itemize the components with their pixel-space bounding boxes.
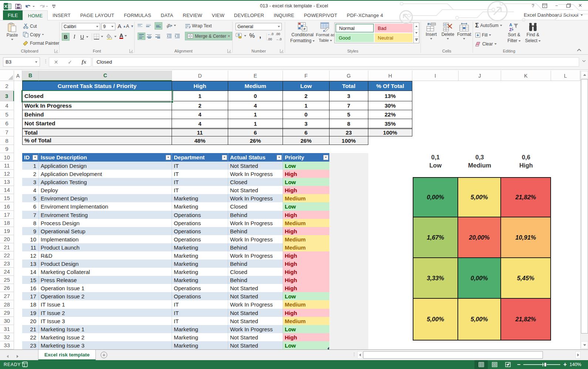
status-table-value[interactable]: 1 (228, 119, 283, 128)
insert-dropdown-icon[interactable] (430, 38, 432, 40)
paste-dropdown-icon[interactable] (11, 39, 13, 40)
styles-gallery-more-button[interactable] (414, 36, 419, 43)
font-name-combo[interactable]: Calibri (62, 23, 100, 30)
issue-table-cell[interactable]: Medium (283, 219, 330, 227)
row-header-23[interactable]: 23 (0, 260, 14, 268)
issue-table-cell[interactable]: 23 (22, 341, 39, 349)
issue-table-cell[interactable]: Application Testing (39, 178, 172, 186)
collapse-ribbon-button[interactable] (577, 48, 581, 51)
align-center-button[interactable] (147, 34, 152, 39)
issue-table-cell[interactable]: 7 (22, 211, 39, 219)
percent-style-button[interactable]: % (249, 32, 255, 40)
cell-style-normal[interactable]: Normal (335, 24, 374, 33)
issue-table-cell[interactable]: IT (172, 300, 228, 309)
tab-data[interactable]: DATA (156, 10, 178, 20)
issue-table-cell[interactable]: 20 (22, 317, 39, 325)
issue-table-cell[interactable]: Marketing (172, 251, 228, 260)
row-header-19[interactable]: 19 (0, 227, 14, 235)
undo-dropdown-icon[interactable] (33, 6, 35, 7)
issue-table-cell[interactable]: Behind (228, 243, 283, 251)
issue-table-cell[interactable]: High (283, 186, 330, 194)
row-header-32[interactable]: 32 (0, 333, 14, 341)
grow-font-button[interactable]: A▲ (118, 23, 126, 29)
row-header-10[interactable]: 10 (0, 153, 14, 162)
fill-dropdown-icon[interactable] (489, 34, 491, 36)
page-layout-view-button[interactable] (488, 360, 501, 369)
issue-table-cell[interactable]: IT (172, 309, 228, 317)
italic-button[interactable]: I (71, 33, 78, 41)
issue-table-cell[interactable]: 10 (22, 235, 39, 243)
filter-button-department[interactable] (222, 155, 227, 160)
save-button[interactable] (15, 3, 21, 10)
tab-page-layout[interactable]: PAGE LAYOUT (75, 10, 119, 20)
status-table-row-label[interactable]: Work In Progress (22, 101, 172, 110)
zoom-level[interactable]: 140% (570, 362, 581, 367)
row-header-11[interactable]: 11 (0, 162, 14, 170)
copy-dropdown-icon[interactable] (42, 34, 44, 35)
issue-table-cell[interactable]: 2 (22, 170, 39, 178)
normal-view-button[interactable] (474, 360, 488, 369)
issue-table-cell[interactable]: 22 (22, 333, 39, 341)
risk-matrix-cell[interactable]: 1,67% (413, 217, 458, 258)
column-header-J[interactable]: J (459, 71, 501, 81)
row-header-6[interactable]: 6 (0, 119, 14, 128)
issue-table-cell[interactable]: Medium (283, 243, 330, 251)
issue-table-cell[interactable]: Low (283, 178, 330, 186)
issue-table-cell[interactable]: Marketing Issue 1 (39, 325, 172, 333)
issue-table-cell[interactable]: 1 (22, 162, 39, 170)
insert-cells-button[interactable]: Insert (424, 23, 439, 40)
delete-dropdown-icon[interactable] (447, 38, 449, 40)
previous-sheet-button[interactable] (7, 353, 9, 359)
fill-color-button[interactable] (107, 34, 116, 40)
tab-home[interactable]: HOME (23, 10, 48, 20)
issue-table-cell[interactable]: High (283, 276, 330, 284)
paste-button[interactable]: Paste (4, 23, 20, 40)
increase-decimal-button[interactable]: ←.0.00 (267, 33, 274, 41)
decrease-indent-button[interactable] (166, 34, 172, 38)
issue-table-cell[interactable]: 12 (22, 251, 39, 260)
status-table-value[interactable]: 8 (330, 119, 368, 128)
bottom-align-button[interactable] (155, 22, 162, 30)
format-as-table-dropdown-icon[interactable] (330, 40, 332, 41)
styles-gallery-up-button[interactable] (414, 23, 419, 29)
cell-style-neutral[interactable]: Neutral (375, 33, 413, 42)
issue-table-cell[interactable]: Not Started (228, 317, 283, 325)
issue-table-cell[interactable]: Operations (172, 235, 228, 243)
account-name[interactable]: Excel Dashboard School (524, 12, 583, 18)
row-header-31[interactable]: 31 (0, 325, 14, 333)
format-dropdown-icon[interactable] (463, 38, 465, 40)
status-table-value[interactable]: 1 (172, 91, 228, 101)
issue-table-cell[interactable]: Work In Progress (228, 170, 283, 178)
tab-review[interactable]: REVIEW (178, 10, 207, 20)
status-table-value[interactable]: 13% (368, 91, 412, 101)
wrap-text-button[interactable]: Wrap Text (185, 23, 212, 28)
increase-indent-button[interactable] (175, 34, 180, 38)
issue-table-cell[interactable]: Work In Progress (228, 251, 283, 260)
select-all-button[interactable] (0, 71, 14, 81)
column-header-B[interactable]: B (22, 71, 39, 81)
macro-record-icon[interactable] (21, 362, 28, 367)
issue-table-cell[interactable]: Work In Progress (228, 235, 283, 243)
next-sheet-button[interactable] (17, 353, 18, 359)
status-table-value[interactable]: 26% (283, 136, 330, 145)
issue-table-cell[interactable]: Marketing (172, 243, 228, 251)
column-header-D[interactable]: D (172, 71, 228, 81)
issue-table-cell[interactable]: Operations (172, 227, 228, 235)
merge-center-button[interactable]: Merge & Center (185, 32, 232, 40)
clear-button[interactable]: Clear (475, 41, 502, 47)
autosum-button[interactable]: Σ AutoSum (475, 22, 502, 29)
status-table-value[interactable]: 6 (283, 128, 330, 136)
issue-table-cell[interactable]: R&D (39, 251, 172, 260)
row-header-5[interactable]: 5 (0, 110, 14, 119)
issue-table-cell[interactable]: 6 (22, 202, 39, 211)
issue-table-cell[interactable]: High (283, 284, 330, 292)
row-header-21[interactable]: 21 (0, 243, 14, 251)
filter-button-actual-status[interactable] (277, 155, 282, 160)
risk-matrix-cell[interactable]: 5,00% (413, 299, 458, 341)
row-header-16[interactable]: 16 (0, 202, 14, 211)
row-header-30[interactable]: 30 (0, 317, 14, 325)
underline-button[interactable]: U (79, 33, 85, 41)
issue-table-cell[interactable]: 5 (22, 194, 39, 202)
issue-table-cell[interactable]: IT (172, 178, 228, 186)
issue-table-cell[interactable]: Product Launch (39, 243, 172, 251)
